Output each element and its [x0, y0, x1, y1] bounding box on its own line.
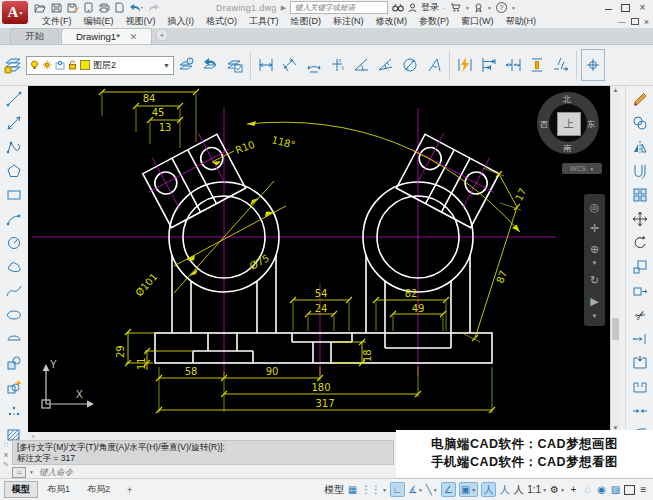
- snap-toggle-icon[interactable]: ⋮⋮▼: [361, 483, 387, 497]
- crosshair-icon[interactable]: +: [568, 483, 579, 497]
- erase-tool[interactable]: [628, 87, 652, 111]
- dim-continue-icon[interactable]: [502, 50, 524, 80]
- arc-tool[interactable]: [2, 207, 26, 231]
- hardware-acceleration-icon[interactable]: ◉: [596, 483, 607, 497]
- dim-diameter-icon[interactable]: [399, 50, 421, 80]
- menu-window[interactable]: 窗口(W): [455, 15, 500, 28]
- scroll-left-arrow[interactable]: ‹: [32, 433, 34, 440]
- layout2-tab[interactable]: 布局2: [79, 481, 118, 498]
- layer-lock-icon[interactable]: [68, 60, 77, 70]
- ellipse-arc-tool[interactable]: [2, 327, 26, 351]
- drawing-canvas[interactable]: 84 45 13 R10 118° Ø101 Ø75 54 24 82 49 1…: [28, 86, 610, 432]
- stretch-tool[interactable]: [628, 279, 652, 303]
- object-snap-tracking-icon[interactable]: ∠: [441, 482, 456, 497]
- help-dropdown-arrow[interactable]: ▼: [511, 5, 516, 11]
- layout1-tab[interactable]: 布局1: [39, 481, 78, 498]
- layer-dropdown-arrow[interactable]: ▼: [163, 62, 170, 69]
- construction-line-tool[interactable]: [2, 111, 26, 135]
- layer-states-icon[interactable]: [224, 50, 246, 80]
- mirror-tool[interactable]: [628, 135, 652, 159]
- menu-insert[interactable]: 插入(I): [162, 15, 201, 28]
- add-layout-button[interactable]: +: [119, 483, 140, 497]
- pan-icon[interactable]: ✛: [590, 222, 599, 235]
- tab-start[interactable]: 开始: [10, 28, 59, 44]
- orbit-icon[interactable]: ↻: [590, 274, 599, 287]
- line-tool[interactable]: [2, 87, 26, 111]
- undo-icon[interactable]: [129, 3, 143, 13]
- clean-screen-thumbnail-icon[interactable]: ▨: [610, 483, 621, 497]
- point-tool[interactable]: [2, 399, 26, 423]
- doc-close-button[interactable]: ×: [644, 17, 649, 27]
- object-snap-icon[interactable]: ▣▼: [459, 482, 478, 497]
- menu-tools[interactable]: 工具(T): [243, 15, 285, 28]
- save-icon[interactable]: [51, 3, 62, 13]
- join-tool[interactable]: [628, 399, 652, 423]
- zoom-icon[interactable]: ⊕: [590, 243, 599, 256]
- copy-tool[interactable]: [628, 111, 652, 135]
- help-icon[interactable]: ?: [496, 2, 507, 13]
- layer-freeze-sun-icon[interactable]: [42, 60, 52, 70]
- award-dropdown-arrow[interactable]: ▼: [487, 5, 492, 11]
- trim-tool[interactable]: ✂: [628, 303, 652, 327]
- viewcube-west-label[interactable]: 西: [540, 119, 548, 130]
- layer-vpfreeze-icon[interactable]: [55, 60, 65, 70]
- center-mark-icon[interactable]: [581, 49, 605, 81]
- layer-dropdown[interactable]: 图层2 ▼: [26, 56, 174, 75]
- rotate-tool[interactable]: [628, 231, 652, 255]
- ortho-toggle-icon[interactable]: ∟: [390, 482, 405, 497]
- array-tool[interactable]: [628, 183, 652, 207]
- viewcube-east-label[interactable]: 东: [587, 119, 595, 130]
- user-icon[interactable]: [408, 3, 417, 13]
- search-input[interactable]: [293, 2, 385, 13]
- viewcube-top-face[interactable]: 上: [557, 112, 581, 136]
- layer-previous-icon[interactable]: [200, 50, 222, 80]
- more-tools-icon[interactable]: ▶: [590, 295, 598, 308]
- print-icon[interactable]: [98, 3, 110, 13]
- command-dropdown-arrow[interactable]: ▼: [29, 469, 34, 475]
- vertical-scroll-thumb[interactable]: [612, 318, 619, 340]
- tab-drawing1[interactable]: Drawing1*✕: [61, 28, 152, 44]
- cart-dropdown-arrow[interactable]: ▼: [465, 5, 470, 11]
- dim-aligned-icon[interactable]: [279, 50, 301, 80]
- doc-minimize-button[interactable]: —: [618, 17, 626, 26]
- spline-tool[interactable]: [2, 279, 26, 303]
- window-close-button[interactable]: ×: [635, 2, 650, 14]
- redo-icon[interactable]: [148, 3, 160, 13]
- window-minimize-button[interactable]: [601, 2, 616, 14]
- menu-file[interactable]: 文件(F): [36, 15, 78, 28]
- dim-arc-length-icon[interactable]: [303, 50, 325, 80]
- award-icon[interactable]: [474, 3, 483, 13]
- annotation-autoscale-icon[interactable]: 人: [499, 483, 510, 497]
- dim-angular-3pt-icon[interactable]: [375, 50, 397, 80]
- command-close-icon[interactable]: ×: [3, 450, 8, 460]
- rectangle-tool[interactable]: [2, 183, 26, 207]
- login-button[interactable]: 登录: [421, 1, 439, 14]
- tab-close-icon[interactable]: ✕: [130, 32, 138, 42]
- steering-wheel-icon[interactable]: ◎: [590, 201, 600, 214]
- annotation-visibility-icon[interactable]: 人: [481, 482, 496, 497]
- layer-properties-icon[interactable]: [176, 50, 198, 80]
- viewcube-north-label[interactable]: 北: [563, 94, 571, 105]
- dim-break-icon[interactable]: [550, 50, 572, 80]
- zoom-dropdown-arrow[interactable]: ▼: [592, 260, 598, 266]
- offset-tool[interactable]: [628, 159, 652, 183]
- title-expand-arrow[interactable]: ▶: [281, 4, 286, 12]
- dim-linear-icon[interactable]: [255, 50, 277, 80]
- isometric-draft-icon[interactable]: ╲▼: [426, 483, 438, 497]
- menu-parametric[interactable]: 参数(P): [413, 15, 455, 28]
- layer-color-swatch[interactable]: [80, 60, 90, 70]
- command-customize-icon[interactable]: ✎: [3, 461, 9, 469]
- dim-angular-icon[interactable]: [351, 50, 373, 80]
- search-binoculars-icon[interactable]: [392, 3, 404, 12]
- model-tab[interactable]: 模型: [4, 481, 38, 498]
- dim-angle-icon[interactable]: [423, 50, 445, 80]
- more-tools-dropdown-arrow[interactable]: ▼: [592, 313, 598, 319]
- menu-draw[interactable]: 绘图(D): [285, 15, 328, 28]
- open-icon[interactable]: [34, 3, 46, 13]
- menu-help[interactable]: 帮助(H): [500, 15, 543, 28]
- new-drawing-icon[interactable]: [115, 2, 124, 13]
- menu-format[interactable]: 格式(O): [200, 15, 243, 28]
- dim-space-icon[interactable]: [526, 50, 548, 80]
- menu-dimension[interactable]: 标注(N): [327, 15, 370, 28]
- model-space-toggle[interactable]: 模型: [324, 483, 344, 497]
